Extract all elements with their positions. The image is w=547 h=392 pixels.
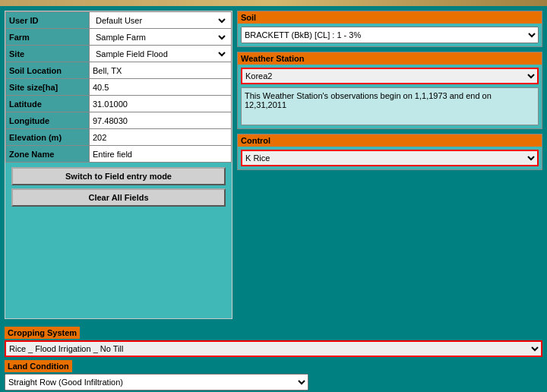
field-value-7: 202 (90, 129, 232, 146)
soil-header: Soil (238, 11, 542, 24)
weather-header: Weather Station (238, 52, 542, 65)
right-panel: Soil BRACKETT (BkB) [CL] : 1 - 3% Weathe… (237, 11, 542, 319)
weather-content: Korea2 This Weather Station's observatio… (238, 65, 542, 128)
field-label-3: Soil Location (6, 62, 90, 79)
weather-dropdown-row: Korea2 (241, 68, 539, 84)
field-value-6: 97.48030 (90, 112, 232, 129)
field-select-1[interactable]: Sample Farm (93, 32, 228, 43)
field-select-2[interactable]: Sample Field Flood (93, 49, 228, 59)
land-header: Land Condition (5, 360, 72, 372)
bottom-section: Cropping System Rice _ Flood Irrigation … (0, 324, 547, 392)
field-label-2: Site (6, 46, 90, 62)
weather-section: Weather Station Korea2 This Weather Stat… (237, 52, 542, 129)
top-bar (0, 0, 547, 6)
field-label-4: Site size[ha] (6, 79, 90, 96)
control-select[interactable]: K Rice (241, 150, 539, 166)
field-label-7: Elevation (m) (6, 129, 90, 146)
cropping-select[interactable]: Rice _ Flood Irrigation _ No Till (5, 340, 542, 357)
field-value-4: 40.5 (90, 79, 232, 96)
field-label-8: Zone Name (6, 146, 90, 163)
cropping-select-wrapper: Rice _ Flood Irrigation _ No Till (5, 340, 542, 357)
cropping-row: Cropping System Rice _ Flood Irrigation … (5, 327, 542, 357)
soil-select[interactable]: BRACKETT (BkB) [CL] : 1 - 3% (241, 27, 539, 43)
left-panel: User IDDefault UserFarmSample FarmSiteSa… (5, 11, 232, 319)
field-value-8: Entire field (90, 146, 232, 163)
main-content: User IDDefault UserFarmSample FarmSiteSa… (0, 6, 547, 324)
weather-select[interactable]: Korea2 (241, 68, 539, 84)
field-label-1: Farm (6, 29, 90, 46)
weather-info: This Weather Station's observations begi… (241, 87, 539, 125)
field-value-5: 31.01000 (90, 96, 232, 112)
field-value-3: Bell, TX (90, 62, 232, 79)
clear-all-fields-button[interactable]: Clear All Fields (11, 188, 226, 207)
field-label-5: Latitude (6, 96, 90, 112)
control-section: Control K Rice (237, 134, 542, 170)
switch-field-mode-button[interactable]: Switch to Field entry mode (11, 167, 226, 185)
soil-content: BRACKETT (BkB) [CL] : 1 - 3% (238, 24, 542, 46)
soil-section: Soil BRACKETT (BkB) [CL] : 1 - 3% (237, 11, 542, 47)
land-select-wrapper: Straight Row (Good Infiltration) (5, 374, 542, 390)
field-label-0: User ID (6, 12, 90, 29)
field-value-1: Sample Farm (90, 29, 232, 46)
button-row: Switch to Field entry mode Clear All Fie… (5, 163, 232, 211)
control-dropdown-row: K Rice (241, 150, 539, 166)
field-value-0: Default User (90, 12, 232, 29)
land-select[interactable]: Straight Row (Good Infiltration) (5, 374, 308, 390)
field-label-6: Longitude (6, 112, 90, 129)
cropping-header: Cropping System (5, 327, 80, 339)
field-value-2: Sample Field Flood (90, 46, 232, 62)
field-table: User IDDefault UserFarmSample FarmSiteSa… (5, 11, 232, 163)
land-row: Land Condition Straight Row (Good Infilt… (5, 360, 542, 390)
field-select-0[interactable]: Default User (93, 15, 228, 26)
control-content: K Rice (238, 147, 542, 169)
control-header: Control (238, 134, 542, 147)
